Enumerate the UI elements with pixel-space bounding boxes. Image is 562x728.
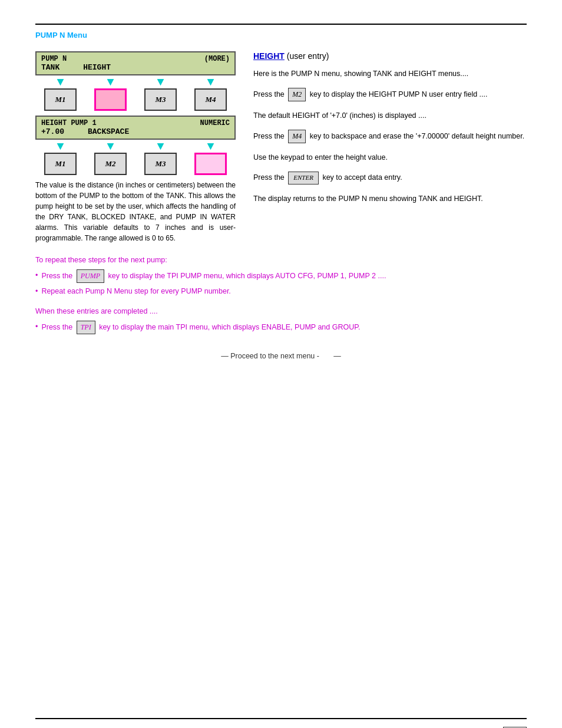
button-row-2: M1 M2 M3 [35, 153, 236, 175]
bullet-2-content: Repeat each Pump N Menu step for every P… [41, 285, 230, 297]
arrow-7: ▼ [152, 141, 170, 151]
top-rule [35, 24, 527, 25]
section-title: PUMP N Menu [35, 31, 527, 39]
right-para-3: The default HEIGHT of '+7.0' (inches) is… [253, 110, 527, 121]
button-m3[interactable]: M3 [144, 88, 177, 111]
heading-normal: (user entry) [285, 51, 329, 61]
right-para-4: Press the M4 key to backspace and erase … [253, 130, 527, 143]
lcd-panel-1: PUMP N (MORE) TANK HEIGHT [35, 51, 236, 75]
para4-key: M4 [288, 130, 306, 143]
description-text: The value is the distance (in inches or … [35, 180, 236, 243]
section-heading: HEIGHT (user entry) [253, 51, 527, 61]
proceed-line: — Proceed to the next menu - — [35, 352, 527, 360]
arrow-row-2: ▼ ▼ ▼ ▼ [35, 141, 236, 151]
display-group-2: HEIGHT PUMP 1 NUMERIC +7.00 BACKSPACE ▼ … [35, 116, 236, 175]
button-m2-b[interactable]: M2 [94, 153, 127, 175]
bottom-section-1: To repeat these steps for the next pump:… [35, 254, 527, 297]
bullet-1: • Press the PUMP key to display the TPI … [35, 269, 527, 283]
arrow-4: ▼ [202, 77, 220, 87]
button-m3-b[interactable]: M3 [144, 153, 177, 175]
button-m4-highlighted[interactable] [194, 153, 227, 175]
bottom-rule [35, 718, 527, 719]
proceed-text: — Proceed to the next menu - [221, 352, 319, 360]
para2-prefix: Press the [253, 90, 285, 98]
page-container: PUMP N Menu PUMP N (MORE) TANK HEIGHT ▼ [0, 24, 562, 728]
repeat-intro: To repeat these steps for the next pump: [35, 254, 527, 266]
button-m4[interactable]: M4 [194, 88, 227, 111]
bullet3-key: TPI [77, 321, 95, 334]
lcd-row-3: HEIGHT PUMP 1 NUMERIC [41, 119, 230, 127]
para4-suffix: key to backspace and erase the '+7.00000… [310, 132, 524, 140]
arrow-6: ▼ [102, 141, 120, 151]
button-m1[interactable]: M1 [44, 88, 77, 111]
lcd-value-label: +7.00 [41, 127, 64, 136]
right-para-5: Use the keypad to enter the height value… [253, 151, 527, 163]
lcd-row-1: PUMP N (MORE) [41, 55, 230, 63]
button-m2-highlighted[interactable] [94, 88, 127, 111]
arrow-3: ▼ [152, 77, 170, 87]
right-para-7: The display returns to the PUMP N menu s… [253, 193, 527, 205]
bullet1-suffix: key to display the TPI PUMP menu, which … [108, 272, 386, 280]
button-row-1: M1 M3 M4 [35, 88, 236, 111]
arrow-5: ▼ [52, 141, 70, 151]
bullet-3-content: Press the TPI key to display the main TP… [41, 321, 360, 334]
para6-prefix: Press the [253, 173, 285, 182]
lcd-height-label: HEIGHT [83, 63, 111, 72]
para2-suffix: key to display the HEIGHT PUMP N user en… [310, 90, 488, 98]
button-m1-b[interactable]: M1 [44, 153, 77, 175]
proceed-dash: — [333, 352, 341, 360]
lcd-tank-label: TANK [41, 63, 59, 72]
lcd-height-pump-label: HEIGHT PUMP 1 [41, 119, 97, 127]
arrow-8: ▼ [202, 141, 220, 151]
bullet-1-content: Press the PUMP key to display the TPI PU… [41, 269, 386, 283]
right-para-1: Here is the PUMP N menu, showing TANK an… [253, 68, 527, 80]
lcd-backspace-label: BACKSPACE [88, 127, 129, 136]
bullet-1-marker: • [35, 269, 38, 281]
bullet3-prefix: Press the [41, 323, 72, 331]
lcd-numeric-label: NUMERIC [200, 119, 230, 127]
right-column: HEIGHT (user entry) Here is the PUMP N m… [253, 51, 527, 243]
display-group-1: PUMP N (MORE) TANK HEIGHT ▼ ▼ ▼ ▼ M1 [35, 51, 236, 111]
para4-prefix: Press the [253, 132, 285, 140]
left-column: PUMP N (MORE) TANK HEIGHT ▼ ▼ ▼ ▼ M1 [35, 51, 236, 243]
lcd-more-label: (MORE) [204, 55, 230, 63]
arrow-1: ▼ [52, 77, 70, 87]
lcd-row-2: TANK HEIGHT [41, 63, 230, 72]
right-para-6: Press the ENTER key to accept data entry… [253, 172, 527, 185]
bullet-3-marker: • [35, 321, 38, 332]
entries-intro: When these entries are completed .... [35, 305, 527, 317]
bullet-3: • Press the TPI key to display the main … [35, 321, 527, 334]
heading-underline: HEIGHT [253, 51, 285, 61]
lcd-row-4: +7.00 BACKSPACE [41, 127, 230, 136]
bullet-2: • Repeat each Pump N Menu step for every… [35, 285, 527, 297]
arrow-row-1: ▼ ▼ ▼ ▼ [35, 77, 236, 87]
bullet3-suffix: key to display the main TPI menu, which … [99, 323, 360, 331]
bullet1-key: PUMP [77, 269, 104, 283]
bottom-section-2: When these entries are completed .... • … [35, 305, 527, 334]
lcd-panel-2: HEIGHT PUMP 1 NUMERIC +7.00 BACKSPACE [35, 116, 236, 140]
para6-key: ENTER [288, 172, 319, 185]
content-area: PUMP N (MORE) TANK HEIGHT ▼ ▼ ▼ ▼ M1 [35, 51, 527, 243]
bullet1-prefix: Press the [41, 272, 72, 280]
right-para-2: Press the M2 key to display the HEIGHT P… [253, 88, 527, 101]
para2-key: M2 [288, 88, 306, 101]
para6-suffix: key to accept data entry. [322, 173, 402, 182]
lcd-pump-n-label: PUMP N [41, 55, 67, 63]
bullet-2-marker: • [35, 285, 38, 297]
arrow-2: ▼ [102, 77, 120, 87]
